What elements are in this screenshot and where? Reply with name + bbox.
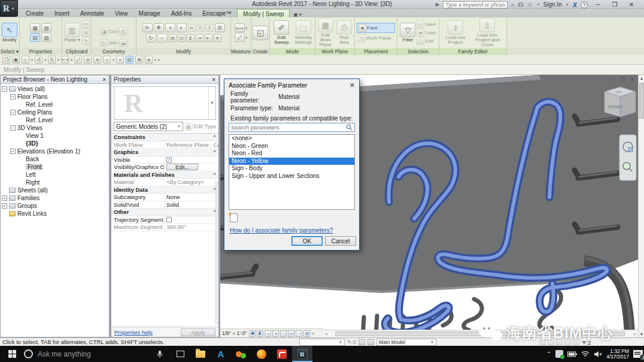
collapse-icon[interactable]: − <box>2 86 7 92</box>
wifi-icon[interactable] <box>581 351 590 357</box>
dialog-title-bar[interactable]: Associate Family Parameter ✕ <box>224 79 359 91</box>
collapse-arrow-icon[interactable]: < <box>311 331 314 336</box>
scroll-right-icon[interactable]: > <box>633 330 636 337</box>
load-into-project-button[interactable]: ⇪Load into Project <box>442 20 469 45</box>
tree-item-sheets[interactable]: Sheets (all) <box>2 186 109 194</box>
tag-icon[interactable]: ⊘ <box>84 56 92 64</box>
properties-palette-icon[interactable]: ▤ <box>30 33 40 42</box>
tree-item-ref-level[interactable]: Ref. Level <box>2 116 109 124</box>
tree-item-right[interactable]: Right <box>2 179 109 186</box>
array-icon[interactable]: ⊞ <box>169 34 177 42</box>
favorites-star-icon[interactable]: ☆ <box>527 1 533 8</box>
text-icon[interactable]: A <box>93 56 101 64</box>
crop-view-icon[interactable]: ⬚ <box>280 330 287 337</box>
chat-app-icon[interactable] <box>231 346 251 362</box>
load-selection-button[interactable]: ▰Load <box>417 29 436 37</box>
trim-extend-icon[interactable]: ⇥ <box>196 34 203 42</box>
parameter-list-item-selected[interactable]: Neon - Yellow <box>229 158 354 165</box>
property-row[interactable]: Solid/VoidSolid <box>111 201 218 209</box>
section-header[interactable]: Other^ <box>111 209 218 216</box>
temporary-hide-icon[interactable]: ◔ <box>296 330 302 337</box>
visual-style-icon[interactable]: ◧ <box>257 330 263 337</box>
file-explorer-icon[interactable] <box>190 346 211 362</box>
open-icon[interactable]: ❒ <box>2 56 10 64</box>
thin-lines-icon[interactable]: ▤ <box>126 56 133 64</box>
parameter-list-item[interactable]: Sign - Body <box>229 165 354 173</box>
section-header[interactable]: Constraints^ <box>111 134 218 141</box>
tree-item-floor-plans[interactable]: −Floor Plans <box>2 93 109 101</box>
expand-icon[interactable]: + <box>2 203 7 209</box>
red-app-icon[interactable] <box>272 346 292 362</box>
visibility-settings-button[interactable]: ⬚Visibility Settings <box>293 20 314 45</box>
view-close-icon[interactable]: ✕ <box>630 77 634 83</box>
search-icon[interactable]: ⌕ <box>511 1 515 8</box>
scroll-up-icon[interactable]: ▲ <box>639 75 644 82</box>
subscription-icon[interactable]: ☊ <box>518 1 524 8</box>
dialog-help-link[interactable]: How do I associate family parameters? <box>230 227 333 234</box>
filter-button[interactable]: ▽Filter <box>400 23 415 43</box>
collapse-icon[interactable]: − <box>10 125 16 131</box>
edit-selection-button[interactable]: ▢Edit <box>417 37 436 45</box>
select-by-face-icon[interactable] <box>564 339 571 345</box>
work-plane-placement-button[interactable]: ◇Work Plane <box>357 34 395 43</box>
vertical-scrollbar[interactable]: ▲ ▼ <box>638 75 644 337</box>
view-restore-icon[interactable]: ❐ <box>619 77 624 83</box>
sync-tray-icon[interactable] <box>555 350 563 358</box>
scroll-down-icon[interactable]: ▼ <box>639 331 644 337</box>
tree-item-ceiling-plans[interactable]: −Ceiling Plans <box>2 108 109 116</box>
section-header[interactable]: Materials and Finishes^ <box>111 171 218 179</box>
property-row[interactable]: Trajectory Segment... <box>111 216 218 224</box>
scrollbar-thumb[interactable] <box>335 331 625 336</box>
restore-button[interactable]: ❐ <box>608 1 621 8</box>
type-selector-dropdown[interactable]: Generic Models (2)▼ <box>114 122 183 131</box>
selection-filter-count[interactable]: :2 <box>582 339 591 346</box>
workset-dropdown[interactable]: ▼ <box>299 339 345 346</box>
parameter-list-item[interactable]: <none> <box>229 135 354 143</box>
sign-in-button[interactable]: Sign In <box>543 1 562 8</box>
close-hidden-windows-icon[interactable]: ⊠ <box>135 56 143 64</box>
properties-help-link[interactable]: Properties help <box>114 329 153 336</box>
properties-scrollbar[interactable] <box>215 181 218 325</box>
delete-icon[interactable]: ✕ <box>214 34 221 42</box>
property-row[interactable]: Maximum Segment ...360.00° <box>111 224 218 231</box>
tree-item-front[interactable]: Front <box>2 163 109 171</box>
help-icon[interactable]: ? <box>581 1 588 8</box>
tab-manage[interactable]: Manage <box>133 9 166 17</box>
mirror-pick-icon[interactable]: ◐ <box>177 23 187 32</box>
copy-icon[interactable]: ⧉ <box>215 23 225 32</box>
section-header[interactable]: Identity Data^ <box>111 186 218 194</box>
rotate-icon[interactable]: ↻ <box>146 34 156 43</box>
edit-type-button[interactable]: ▦Edit Type <box>185 123 216 131</box>
detail-level-icon[interactable]: ▣ <box>249 330 256 337</box>
task-view-icon[interactable] <box>170 346 190 362</box>
cancel-button[interactable]: Cancel <box>325 236 356 246</box>
property-row[interactable]: SubcategoryNone <box>111 194 218 201</box>
align-icon[interactable]: ⊫ <box>142 23 153 32</box>
family-category-icon[interactable]: ▧ <box>41 23 51 32</box>
user-icon[interactable]: ◔ <box>536 1 540 8</box>
modify-button[interactable]: ↖Modify <box>1 23 18 43</box>
offset-icon[interactable]: ⇹ <box>188 24 196 32</box>
chevron-down-icon[interactable]: ▼ <box>566 3 569 7</box>
family-types-icon[interactable]: ▦ <box>30 23 40 32</box>
join-geometry-button[interactable]: ◫Join▾⬓ <box>100 39 128 47</box>
save-selection-button[interactable]: ▱Save <box>417 20 436 28</box>
property-row[interactable]: Visible✓ <box>111 156 218 164</box>
demolish-icon[interactable]: ⬓ <box>120 39 127 47</box>
taskbar-clock[interactable]: 1:32 PM4/17/2017 <box>606 349 629 360</box>
pin-icon[interactable]: ⊻ <box>187 34 195 42</box>
default-3d-view-icon[interactable]: ⌂ <box>103 56 111 64</box>
close-icon[interactable]: ✕ <box>102 77 107 83</box>
tree-item-view-1[interactable]: View 1 <box>2 132 109 140</box>
edit-sweep-button[interactable]: ✐Edit Sweep <box>271 20 292 45</box>
copy-clipboard-icon[interactable]: ⧉ <box>82 29 90 37</box>
mirror-axis-icon[interactable]: ◑ <box>165 23 175 32</box>
action-center-icon[interactable]: 3 <box>633 350 643 358</box>
scale-icon[interactable]: ⊡ <box>178 34 186 42</box>
checkbox-checked-icon[interactable]: ✓ <box>166 157 172 162</box>
tree-item-elevations[interactable]: −Elevations (Elevation 1) <box>2 147 109 155</box>
volume-muted-icon[interactable] <box>594 351 602 358</box>
tree-item-3d[interactable]: {3D} <box>2 140 109 147</box>
tree-item-3d-views[interactable]: −3D Views <box>2 124 109 132</box>
property-row[interactable]: Material<By Category> <box>111 179 218 186</box>
